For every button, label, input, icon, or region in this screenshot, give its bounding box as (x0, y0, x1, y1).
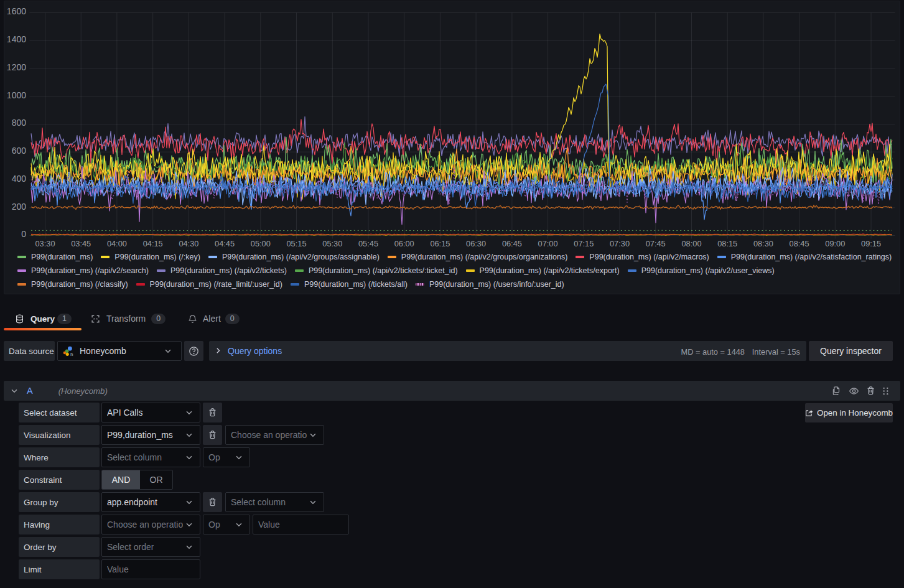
svg-text:07:00: 07:00 (538, 239, 558, 248)
svg-text:05:30: 05:30 (322, 239, 342, 248)
svg-text:400: 400 (12, 174, 27, 184)
svg-text:04:30: 04:30 (179, 239, 198, 248)
svg-text:05:45: 05:45 (358, 239, 378, 248)
svg-text:05:00: 05:00 (251, 239, 271, 248)
svg-text:04:45: 04:45 (215, 239, 235, 248)
svg-text:800: 800 (12, 118, 27, 128)
svg-text:04:15: 04:15 (143, 239, 163, 248)
svg-text:0: 0 (21, 229, 26, 239)
svg-text:h: h (70, 352, 73, 357)
svg-text:1000: 1000 (7, 90, 26, 100)
svg-text:08:00: 08:00 (681, 239, 701, 248)
svg-text:09:00: 09:00 (825, 239, 845, 248)
svg-text:200: 200 (12, 202, 27, 212)
svg-text:06:30: 06:30 (466, 239, 486, 248)
svg-text:1600: 1600 (7, 6, 26, 16)
svg-text:06:00: 06:00 (394, 239, 414, 248)
svg-text:06:15: 06:15 (430, 239, 450, 248)
svg-text:1400: 1400 (7, 34, 26, 44)
svg-text:07:30: 07:30 (610, 239, 630, 248)
svg-text:07:15: 07:15 (574, 239, 594, 248)
svg-text:08:15: 08:15 (717, 239, 737, 248)
svg-text:07:45: 07:45 (646, 239, 666, 248)
svg-text:08:45: 08:45 (790, 239, 809, 248)
svg-text:04:00: 04:00 (107, 239, 127, 248)
svg-text:06:45: 06:45 (502, 239, 522, 248)
svg-text:08:30: 08:30 (753, 239, 773, 248)
svg-text:03:30: 03:30 (35, 239, 55, 248)
svg-text:1200: 1200 (7, 62, 26, 72)
svg-text:03:45: 03:45 (71, 239, 91, 248)
svg-text:600: 600 (12, 146, 27, 156)
svg-text:05:15: 05:15 (286, 239, 306, 248)
svg-text:09:15: 09:15 (861, 239, 881, 248)
